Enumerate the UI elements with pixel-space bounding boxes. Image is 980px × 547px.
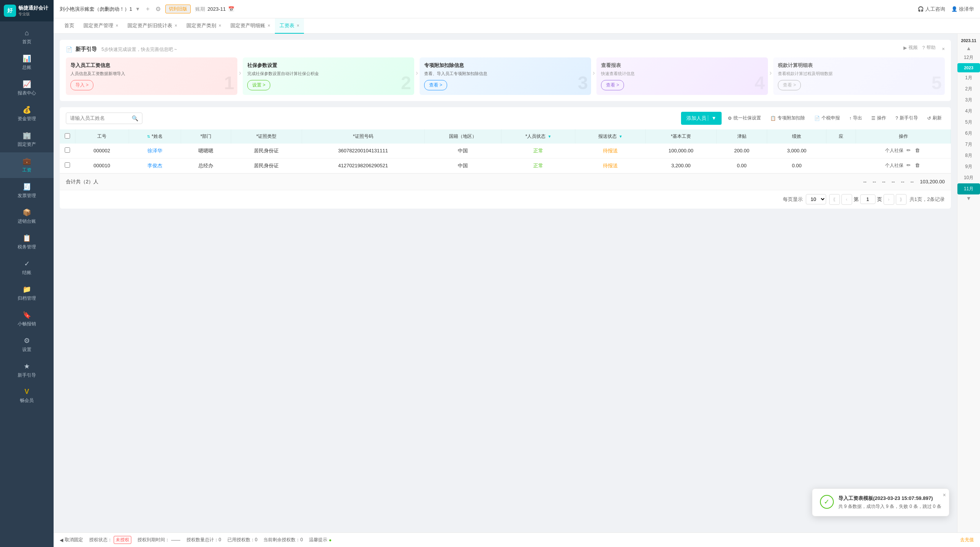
row2-bonus: 0.00 (716, 158, 767, 173)
cal-jul[interactable]: 7月 (957, 139, 980, 150)
tab-fixed-assets-close[interactable]: × (116, 23, 118, 28)
guide-step-5: 税款计算明细表 查看税款计算过程及明细数据 查看 > 5 (773, 57, 945, 95)
cal-jan[interactable]: 1月 (957, 72, 980, 83)
step3-btn[interactable]: 查看 > (424, 80, 447, 90)
cal-down-arrow[interactable]: ▼ (965, 194, 972, 202)
refresh-button[interactable]: ↺ 刷新 (924, 113, 945, 124)
sidebar-item-home[interactable]: ⌂ 首页 (0, 24, 54, 50)
service-button[interactable]: 🎧 人工咨询 (918, 6, 945, 13)
cancel-fix-button[interactable]: ◀ 取消固定 (60, 537, 83, 543)
auth-status-badge[interactable]: 未授权 (114, 536, 131, 544)
add-account-button[interactable]: ＋ (145, 5, 151, 13)
cal-aug[interactable]: 8月 (957, 150, 980, 161)
sidebar-item-guide[interactable]: ★ 新手引导 (0, 358, 54, 383)
charge-link[interactable]: 去充值 (960, 537, 974, 543)
service-label: 人工咨询 (925, 6, 945, 13)
sidebar-item-tax[interactable]: 📋 税务管理 (0, 229, 54, 255)
step2-btn[interactable]: 设置 > (247, 80, 270, 90)
tab-asset-detail[interactable]: 固定资产明细账 × (226, 18, 275, 34)
sidebar-item-invoice[interactable]: 🧾 发票管理 (0, 178, 54, 204)
account-selector[interactable]: 刘小艳演示账套（勿删勿动！）1 ▼ (60, 6, 140, 13)
tab-home[interactable]: 首页 (60, 18, 79, 34)
user-menu[interactable]: 👤 徐泽华 (951, 6, 974, 13)
step5-desc: 查看税款计算过程及明细数据 (778, 70, 940, 77)
sidebar-item-member[interactable]: V 畅会员 (0, 383, 54, 408)
search-input[interactable] (70, 115, 129, 121)
cal-oct[interactable]: 10月 (957, 172, 980, 183)
cal-nov[interactable]: 11月 (957, 183, 980, 194)
row2-delete-icon[interactable]: 🗑 (915, 162, 920, 168)
cal-sep[interactable]: 9月 (957, 161, 980, 172)
next-page-button[interactable]: › (884, 194, 894, 205)
social-insurance-button[interactable]: ⚙ 统一社保设置 (725, 113, 764, 124)
row2-employee-link[interactable]: 李俊杰 (147, 163, 162, 168)
sidebar-item-assets[interactable]: 🏢 固定资产 (0, 127, 54, 152)
row2-performance: 0.00 (767, 158, 826, 173)
guide-button[interactable]: ? 新手引导 (892, 113, 921, 124)
row2-edit-icon[interactable]: ✏ (906, 162, 911, 168)
tax-report-button[interactable]: 📄 个税申报 (811, 113, 843, 124)
tab-depreciation-close[interactable]: × (175, 23, 177, 28)
tab-asset-category[interactable]: 固定资产类别 × (182, 18, 226, 34)
calendar-icon[interactable]: 📅 (228, 6, 234, 12)
export-button[interactable]: ↑ 导出 (846, 113, 865, 124)
sidebar-item-funds[interactable]: 💰 资金管理 (0, 101, 54, 127)
period-value[interactable]: 2023-11 (207, 6, 226, 12)
toast-close-button[interactable]: × (943, 492, 946, 498)
ledger-icon: 📊 (23, 54, 31, 63)
row1-checkbox[interactable] (65, 147, 70, 153)
cal-prev-dec[interactable]: 12月 (957, 52, 980, 63)
cal-apr[interactable]: 4月 (957, 106, 980, 117)
sidebar-item-close[interactable]: ✓ 结账 (0, 255, 54, 281)
sidebar-item-reports[interactable]: 📈 报表中心 (0, 75, 54, 101)
operations-button[interactable]: ☰ 操作 (868, 113, 889, 124)
row1-social-insurance-link[interactable]: 个人社保 (885, 148, 903, 153)
row1-delete-icon[interactable]: 🗑 (915, 147, 920, 153)
special-deduction-button[interactable]: 📋 专项附加扣除 (767, 113, 808, 124)
per-page-select[interactable]: 10 20 50 (806, 194, 826, 204)
guide-close-button[interactable]: × (942, 46, 945, 52)
tab-depreciation[interactable]: 固定资产折旧统计表 × (123, 18, 182, 34)
page-input[interactable] (860, 194, 875, 204)
tab-payroll[interactable]: 工资表 × (275, 18, 304, 34)
cal-feb[interactable]: 2月 (957, 83, 980, 95)
row1-employee-link[interactable]: 徐泽华 (147, 148, 162, 153)
add-employee-button[interactable]: 添加人员 ▼ (681, 112, 722, 125)
cal-may[interactable]: 5月 (957, 117, 980, 128)
add-employee-dropdown-icon[interactable]: ▼ (708, 115, 716, 121)
service-icon: 🎧 (918, 6, 924, 12)
sidebar-item-payroll[interactable]: 💼 工资 (0, 152, 54, 178)
sidebar-item-expense[interactable]: 🔖 小畅报销 (0, 306, 54, 332)
row1-edit-icon[interactable]: ✏ (906, 147, 911, 153)
sidebar-item-settings[interactable]: ⚙ 设置 (0, 332, 54, 358)
version-switch-button[interactable]: 切到旧版 (165, 5, 191, 13)
tab-payroll-close[interactable]: × (297, 23, 299, 28)
row1-id-number: 360782200104131111 (302, 144, 424, 158)
cal-jun[interactable]: 6月 (957, 128, 980, 139)
tab-asset-category-close[interactable]: × (219, 23, 221, 28)
step4-btn[interactable]: 查看 > (601, 80, 624, 90)
sidebar-item-archive[interactable]: 📁 归档管理 (0, 281, 54, 306)
settings-gear-icon[interactable]: ⚙ (155, 5, 161, 13)
tab-fixed-assets[interactable]: 固定资产管理 × (79, 18, 123, 34)
guide-help-link[interactable]: ? 帮助 (922, 44, 936, 51)
cal-up-arrow[interactable]: ▲ (965, 44, 972, 52)
sidebar-item-sales[interactable]: 📦 进销台账 (0, 204, 54, 229)
search-icon[interactable]: 🔍 (132, 115, 138, 121)
status-filter-icon[interactable]: ▼ (547, 134, 551, 139)
first-page-button[interactable]: ⟪ (829, 194, 840, 205)
step1-btn[interactable]: 导入 > (70, 80, 93, 90)
select-all-checkbox[interactable] (65, 133, 70, 139)
row2-checkbox[interactable] (65, 162, 70, 168)
guide-video-link[interactable]: ▶ 视频 (903, 44, 918, 51)
cal-mar[interactable]: 3月 (957, 95, 980, 106)
tab-asset-detail-close[interactable]: × (268, 23, 270, 28)
prev-page-button[interactable]: ‹ (841, 194, 852, 205)
sidebar-item-ledger[interactable]: 📊 总账 (0, 50, 54, 75)
last-page-button[interactable]: ⟫ (896, 194, 906, 205)
step5-btn[interactable]: 查看 > (778, 80, 801, 90)
sidebar-label-close: 结账 (22, 269, 31, 276)
row2-social-insurance-link[interactable]: 个人社保 (885, 163, 903, 168)
cal-year-2023[interactable]: 2023 (957, 63, 980, 72)
send-filter-icon[interactable]: ▼ (619, 134, 622, 139)
